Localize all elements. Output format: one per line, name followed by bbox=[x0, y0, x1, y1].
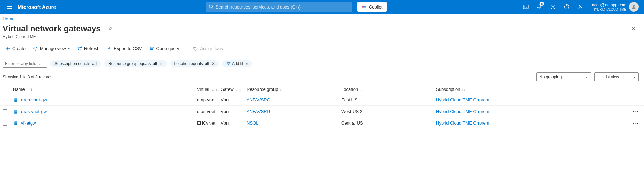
row-checkbox[interactable] bbox=[3, 109, 7, 114]
copilot-button[interactable]: Copilot bbox=[357, 2, 387, 12]
plus-icon bbox=[5, 46, 10, 51]
open-query-button[interactable]: Open query bbox=[147, 45, 182, 52]
svg-rect-0 bbox=[7, 5, 12, 5]
add-filter-button[interactable]: Add filter bbox=[222, 60, 252, 67]
results-count: Showing 1 to 3 of 3 records. bbox=[3, 75, 53, 79]
svg-point-10 bbox=[580, 5, 581, 7]
hamburger-menu-icon[interactable] bbox=[3, 0, 16, 14]
refresh-button[interactable]: Refresh bbox=[75, 45, 103, 52]
col-header-name[interactable]: Name↑↓ bbox=[13, 87, 197, 92]
gateway-icon bbox=[13, 120, 18, 126]
cell-gwtype: Vpn bbox=[221, 120, 247, 126]
close-icon[interactable]: ✕ bbox=[628, 23, 639, 34]
feedback-icon[interactable] bbox=[574, 0, 587, 14]
cell-location: West US 2 bbox=[341, 109, 436, 114]
global-search-input[interactable] bbox=[216, 4, 350, 10]
create-label: Create bbox=[12, 46, 26, 51]
cell-location: Central US bbox=[341, 120, 436, 126]
svg-rect-2 bbox=[7, 8, 12, 9]
account-menu[interactable]: acao@netapp.com HYBRID CLOUD TME bbox=[587, 0, 641, 14]
cell-vnet: EHCvNet bbox=[197, 120, 221, 126]
filter-pill-subscription[interactable]: Subscription equals all bbox=[50, 60, 101, 67]
row-more-icon[interactable]: ··· bbox=[633, 97, 639, 102]
settings-icon[interactable] bbox=[546, 0, 560, 14]
global-search[interactable] bbox=[206, 2, 352, 12]
svg-rect-24 bbox=[15, 112, 17, 113]
top-header: Microsoft Azure Copilot 5 ac bbox=[0, 0, 644, 14]
svg-rect-1 bbox=[7, 6, 12, 7]
resource-link[interactable]: orap-vnet-gw bbox=[21, 97, 47, 102]
title-more-icon[interactable]: ··· bbox=[116, 26, 122, 31]
resource-group-link[interactable]: ANFAVSRG bbox=[247, 109, 270, 114]
subscription-link[interactable]: Hybrid Cloud TME Onprem bbox=[436, 97, 489, 102]
breadcrumb-home[interactable]: Home bbox=[3, 16, 15, 21]
sort-icon: ↑↓ bbox=[462, 88, 465, 92]
col-header-gwtype[interactable]: Gatew...↑↓ bbox=[221, 87, 247, 92]
export-csv-label: Export to CSV bbox=[114, 46, 142, 51]
filter-field-input[interactable] bbox=[3, 60, 47, 68]
filter-pill-location[interactable]: Location equals all ✕ bbox=[170, 60, 219, 67]
remove-filter-icon[interactable]: ✕ bbox=[159, 61, 163, 66]
results-table: Name↑↓ Virtual ...↑↓ Gatew...↑↓ Resource… bbox=[0, 85, 644, 129]
help-icon[interactable] bbox=[560, 0, 574, 14]
list-view-value: List view bbox=[603, 75, 619, 79]
resource-group-link[interactable]: NSOL bbox=[247, 120, 258, 126]
filter-rg-label: Resource group equals bbox=[108, 61, 151, 66]
gateway-icon bbox=[13, 97, 18, 103]
brand-label[interactable]: Microsoft Azure bbox=[18, 4, 56, 10]
list-icon bbox=[597, 75, 601, 79]
create-button[interactable]: Create bbox=[3, 45, 28, 52]
row-checkbox[interactable] bbox=[3, 98, 7, 102]
view-controls: No grouping ▾ List view ▾ bbox=[536, 72, 639, 81]
sort-icon: ↑↓ bbox=[280, 88, 283, 92]
row-more-icon[interactable]: ··· bbox=[633, 120, 639, 126]
table-row[interactable]: orap-vnet-gw orap-vnet Vpn ANFAVSRG East… bbox=[0, 94, 644, 106]
add-filter-label: Add filter bbox=[232, 61, 248, 66]
chevron-right-icon: › bbox=[17, 17, 18, 21]
resource-link[interactable]: vNetgw bbox=[21, 120, 36, 126]
account-text: acao@netapp.com HYBRID CLOUD TME bbox=[592, 3, 626, 11]
col-header-rg[interactable]: Resource group↑↓ bbox=[247, 87, 341, 92]
svg-rect-7 bbox=[523, 5, 528, 9]
subscription-link[interactable]: Hybrid Cloud TME Onprem bbox=[436, 109, 489, 114]
table-row[interactable]: vNetgw EHCvNet Vpn NSOL Central US Hybri… bbox=[0, 117, 644, 129]
header-right: 5 acao@netapp.com HYBRID CLOUD TME bbox=[519, 0, 641, 14]
resource-group-link[interactable]: ANFAVSRG bbox=[247, 97, 270, 102]
row-more-icon[interactable]: ··· bbox=[633, 109, 639, 114]
filter-bar: Subscription equals all Resource group e… bbox=[0, 56, 644, 70]
manage-view-button[interactable]: Manage view ▾ bbox=[30, 45, 73, 52]
row-checkbox[interactable] bbox=[3, 121, 7, 126]
col-header-vnet[interactable]: Virtual ...↑↓ bbox=[197, 87, 221, 92]
command-bar: Create Manage view ▾ Refresh Export to C… bbox=[0, 43, 644, 56]
svg-point-5 bbox=[362, 6, 364, 8]
export-csv-button[interactable]: Export to CSV bbox=[104, 45, 144, 52]
filter-subscription-value: all bbox=[92, 61, 97, 66]
cell-vnet: orap-vnet bbox=[197, 97, 221, 102]
grouping-dropdown[interactable]: No grouping ▾ bbox=[536, 72, 591, 81]
remove-filter-icon[interactable]: ✕ bbox=[211, 61, 215, 66]
page-subtitle: Hybrid Cloud TME bbox=[0, 34, 644, 43]
subscription-link[interactable]: Hybrid Cloud TME Onprem bbox=[436, 120, 489, 126]
chevron-down-icon: ▾ bbox=[68, 47, 70, 50]
cloud-shell-icon[interactable] bbox=[519, 0, 533, 14]
filter-location-label: Location equals bbox=[174, 61, 203, 66]
filter-pill-resource-group[interactable]: Resource group equals all ✕ bbox=[104, 60, 167, 67]
resource-link[interactable]: oras-vnet-gw bbox=[21, 109, 47, 114]
svg-point-17 bbox=[194, 47, 195, 48]
chevron-down-icon: ▾ bbox=[634, 75, 635, 79]
filter-subscription-label: Subscription equals bbox=[54, 61, 90, 66]
sort-icon: ↑↓ bbox=[238, 88, 242, 92]
svg-point-8 bbox=[552, 6, 554, 7]
gear-icon bbox=[33, 46, 38, 51]
list-view-dropdown[interactable]: List view ▾ bbox=[594, 72, 639, 81]
chevron-down-icon: ▾ bbox=[586, 75, 588, 79]
refresh-icon bbox=[77, 46, 82, 51]
svg-rect-15 bbox=[150, 47, 154, 48]
pin-icon[interactable] bbox=[108, 26, 112, 31]
table-row[interactable]: oras-vnet-gw oras-vnet Vpn ANFAVSRG West… bbox=[0, 106, 644, 117]
notifications-icon[interactable]: 5 bbox=[533, 0, 546, 14]
col-header-location[interactable]: Location↑↓ bbox=[341, 87, 436, 92]
col-header-subscription[interactable]: Subscription↑↓ bbox=[436, 87, 531, 92]
refresh-label: Refresh bbox=[84, 46, 100, 51]
select-all-checkbox[interactable] bbox=[3, 87, 7, 92]
